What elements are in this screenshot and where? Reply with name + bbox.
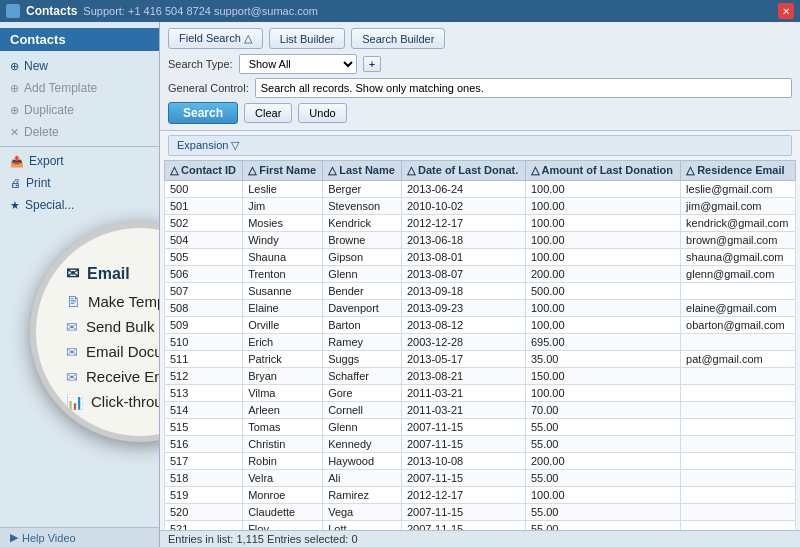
table-cell-id: 513 [165,385,243,402]
sidebar-item-new[interactable]: ⊕ New [0,55,159,77]
sidebar-item-delete[interactable]: ✕ Delete [0,121,159,143]
clear-button[interactable]: Clear [244,103,292,123]
app-icon [6,4,20,18]
magnifier-item-make-template[interactable]: 🖹 Make Template [66,289,160,314]
table-row[interactable]: 521FloyLott2007-11-1555.00 [165,521,796,531]
sidebar-item-new-label: New [24,59,48,73]
general-control-input[interactable] [255,78,792,98]
table-cell-first: Claudette [243,504,323,521]
table-cell-date: 2013-08-01 [401,249,525,266]
sidebar-item-print[interactable]: 🖨 Print [0,172,159,194]
table-cell-first: Mosies [243,215,323,232]
table-row[interactable]: 507SusanneBender2013-09-18500.00 [165,283,796,300]
magnifier-item-receive-email[interactable]: ✉ Receive Email [66,364,160,389]
col-last-name[interactable]: △ Last Name [323,161,402,181]
table-row[interactable]: 500LeslieBerger2013-06-24100.00leslie@gm… [165,181,796,198]
table-cell-last: Haywood [323,453,402,470]
email-documents-icon: ✉ [66,344,78,360]
table-cell-last: Stevenson [323,198,402,215]
table-cell-id: 504 [165,232,243,249]
table-row[interactable]: 509OrvilleBarton2013-08-12100.00obarton@… [165,317,796,334]
search-type-select[interactable]: Show All Show Selected Show Unselected [239,54,357,74]
table-cell-date: 2013-08-21 [401,368,525,385]
table-cell-email [681,470,796,487]
table-row[interactable]: 511PatrickSuggs2013-05-1735.00pat@gmail.… [165,351,796,368]
status-text: Entries in list: 1,115 Entries selected:… [168,533,358,545]
help-video-item[interactable]: ▶ Help Video [0,527,159,547]
undo-button[interactable]: Undo [298,103,346,123]
click-through-icon: 📊 [66,394,83,410]
table-cell-id: 502 [165,215,243,232]
window-title: Contacts [26,4,77,18]
support-info: Support: +1 416 504 8724 support@sumac.c… [83,5,318,17]
table-row[interactable]: 519MonroeRamirez2012-12-17100.00 [165,487,796,504]
col-email[interactable]: △ Residence Email [681,161,796,181]
table-row[interactable]: 501JimStevenson2010-10-02100.00jim@gmail… [165,198,796,215]
table-cell-amount: 695.00 [525,334,680,351]
table-cell-date: 2013-10-08 [401,453,525,470]
table-cell-date: 2007-11-15 [401,504,525,521]
magnifier-item-receive-email-label: Receive Email [86,368,160,385]
delete-icon: ✕ [10,126,19,139]
search-builder-button[interactable]: Search Builder [351,28,445,49]
table-row[interactable]: 513VilmaGore2011-03-21100.00 [165,385,796,402]
magnifier-item-click-through[interactable]: 📊 Click-through Stat [66,389,160,414]
table-cell-amount: 100.00 [525,215,680,232]
expansion-bar[interactable]: Expansion ▽ [168,135,792,156]
table-cell-first: Orville [243,317,323,334]
magnifier-email-icon: ✉ [66,264,79,283]
table-cell-amount: 35.00 [525,351,680,368]
col-contact-id[interactable]: △ Contact ID [165,161,243,181]
table-row[interactable]: 516ChristinKennedy2007-11-1555.00 [165,436,796,453]
table-row[interactable]: 515TomasGlenn2007-11-1555.00 [165,419,796,436]
sidebar: Contacts ⊕ New ⊕ Add Template ⊕ Duplicat… [0,22,160,547]
table-cell-date: 2013-08-12 [401,317,525,334]
table-row[interactable]: 508ElaineDavenport2013-09-23100.00elaine… [165,300,796,317]
table-row[interactable]: 517RobinHaywood2013-10-08200.00 [165,453,796,470]
table-row[interactable]: 506TrentonGlenn2013-08-07200.00glenn@gma… [165,266,796,283]
table-row[interactable]: 514ArleenCornell2011-03-2170.00 [165,402,796,419]
table-cell-email [681,521,796,531]
table-row[interactable]: 520ClaudetteVega2007-11-1555.00 [165,504,796,521]
sidebar-item-special[interactable]: ★ Special... [0,194,159,216]
col-date-last-donation[interactable]: △ Date of Last Donat. [401,161,525,181]
magnifier-item-email-documents[interactable]: ✉ Email Documents [66,339,160,364]
table-row[interactable]: 510ErichRamey2003-12-28695.00 [165,334,796,351]
table-cell-email [681,402,796,419]
table-cell-first: Elaine [243,300,323,317]
close-button[interactable]: ✕ [778,3,794,19]
list-builder-button[interactable]: List Builder [269,28,345,49]
table-cell-first: Tomas [243,419,323,436]
print-icon: 🖨 [10,177,21,189]
table-cell-date: 2007-11-15 [401,436,525,453]
sidebar-item-duplicate[interactable]: ⊕ Duplicate [0,99,159,121]
sidebar-header: Contacts [0,28,159,51]
magnifier-item-send-bulk-email[interactable]: ✉ Send Bulk Email [66,314,160,339]
search-button[interactable]: Search [168,102,238,124]
field-search-button[interactable]: Field Search △ [168,28,263,49]
sidebar-item-add-template[interactable]: ⊕ Add Template [0,77,159,99]
special-icon: ★ [10,199,20,212]
col-first-name[interactable]: △ First Name [243,161,323,181]
table-cell-amount: 150.00 [525,368,680,385]
table-row[interactable]: 504WindyBrowne2013-06-18100.00brown@gmai… [165,232,796,249]
table-cell-last: Kennedy [323,436,402,453]
receive-email-icon: ✉ [66,369,78,385]
table-cell-id: 514 [165,402,243,419]
add-template-icon: ⊕ [10,82,19,95]
table-row[interactable]: 505ShaunaGipson2013-08-01100.00shauna@gm… [165,249,796,266]
table-cell-date: 2013-06-18 [401,232,525,249]
sidebar-item-export[interactable]: 📤 Export [0,150,159,172]
table-row[interactable]: 518VelraAli2007-11-1555.00 [165,470,796,487]
table-row[interactable]: 502MosiesKendrick2012-12-17100.00kendric… [165,215,796,232]
magnifier-item-click-through-label: Click-through Stat [91,393,160,410]
toolbar-row4: Search Clear Undo [168,102,792,124]
table-cell-email: leslie@gmail.com [681,181,796,198]
col-amount-last-donation[interactable]: △ Amount of Last Donation [525,161,680,181]
plus-button[interactable]: + [363,56,381,72]
table-cell-last: Suggs [323,351,402,368]
table-cell-first: Trenton [243,266,323,283]
magnifier-header: ✉ Email [66,260,160,289]
table-row[interactable]: 512BryanSchaffer2013-08-21150.00 [165,368,796,385]
table-cell-id: 510 [165,334,243,351]
